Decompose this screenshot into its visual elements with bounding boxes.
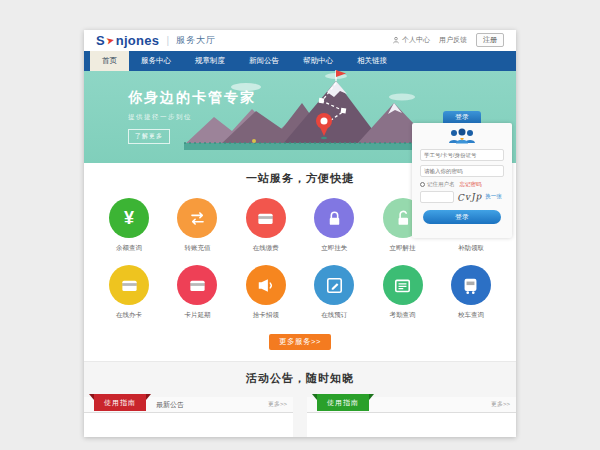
right-panel-tabbar: 使用指南 更多>> [307,397,516,413]
person-icon [392,36,400,44]
brand-logo-text: S [96,33,105,48]
attendance-list-icon [383,265,423,305]
service-item-apply-card[interactable]: 在线办卡 [100,265,158,320]
service-label: 在线预订 [305,311,363,320]
captcha-input[interactable] [420,191,454,203]
browser-viewport: S➤njones | 服务大厅 个人中心 用户反馈 注册 首页 服务中心 规章制… [0,0,600,450]
guide-panel-left: 使用指南 最新公告 更多>> [84,397,293,437]
logo-divider: | [166,35,169,46]
login-submit-button[interactable]: 登录 [423,210,500,224]
lock-icon [314,198,354,238]
hero-subtitle: 提供捷径一步到位 [128,113,256,122]
captcha-refresh-link[interactable]: 换一张 [485,193,502,200]
remember-checkbox[interactable] [420,182,425,187]
service-label: 补助领取 [442,244,500,253]
login-panel: 登录 记住用户名 忘记密码 CvJp 换一张 [412,123,512,238]
logo-arrow-icon: ➤ [105,34,116,47]
service-label: 在线办卡 [100,311,158,320]
service-item-balance[interactable]: ¥余额查询 [100,198,158,253]
remember-label: 记住用户名 [427,181,455,188]
announcements-section: 活动公告，随时知晓 使用指南 最新公告 更多>> 使用指南 更多>> [84,361,516,437]
users-group-icon [447,128,477,145]
brand-logo-text-rest: njones [116,33,160,48]
service-label: 余额查询 [100,244,158,253]
announcements-title: 活动公告，随时知晓 [84,371,516,386]
service-item-report-loss[interactable]: 立即挂失 [305,198,363,253]
left-tab-latest-news[interactable]: 最新公告 [156,400,184,410]
site-name: 服务大厅 [176,34,216,47]
left-tab-guide[interactable]: 使用指南 [94,394,146,411]
transfer-arrows-icon [177,198,217,238]
more-services-button[interactable]: 更多服务>> [269,334,331,350]
right-more-link[interactable]: 更多>> [491,400,510,409]
bank-card-icon [177,265,217,305]
hero-cta-button[interactable]: 了解更多 [128,129,170,144]
service-item-attendance[interactable]: 考勤查询 [374,265,432,320]
service-label: 校车查询 [442,311,500,320]
service-label: 卡片延期 [168,311,226,320]
service-label: 拾卡招领 [237,311,295,320]
nav-item-home[interactable]: 首页 [90,51,129,71]
bus-icon [451,265,491,305]
megaphone-icon [246,265,286,305]
account-input[interactable] [420,149,504,161]
service-item-booking[interactable]: 在线预订 [305,265,363,320]
personal-center-label: 个人中心 [402,35,430,45]
edit-pencil-icon [314,265,354,305]
announcement-panels: 使用指南 最新公告 更多>> 使用指南 更多>> [84,397,516,437]
brand-logo[interactable]: S➤njones [96,33,159,48]
services-row-2: 在线办卡 卡片延期 拾卡招领 在线预订 考勤查询 校车查询 [84,265,516,320]
service-label: 立即解挂 [374,244,432,253]
right-panel-body [307,413,516,437]
portal-page: S➤njones | 服务大厅 个人中心 用户反馈 注册 首页 服务中心 规章制… [84,30,516,437]
guide-panel-right: 使用指南 更多>> [307,397,516,437]
login-tab[interactable]: 登录 [443,111,481,123]
captcha-image: CvJp [457,191,483,203]
service-label: 在线缴费 [237,244,295,253]
service-item-transfer[interactable]: 转账充值 [168,198,226,253]
yuan-icon: ¥ [109,198,149,238]
service-label: 立即挂失 [305,244,363,253]
left-panel-body [84,413,293,437]
feedback-link[interactable]: 用户反馈 [439,35,467,45]
service-label: 考勤查询 [374,311,432,320]
header-user-links: 个人中心 用户反馈 注册 [392,33,504,47]
forgot-password-link[interactable]: 忘记密码 [460,181,482,188]
site-header: S➤njones | 服务大厅 个人中心 用户反馈 注册 [84,30,516,51]
service-item-card-renewal[interactable]: 卡片延期 [168,265,226,320]
service-item-payment[interactable]: 在线缴费 [237,198,295,253]
hero-title: 你身边的卡管专家 [128,89,256,107]
bank-card-icon [109,265,149,305]
hero-text: 你身边的卡管专家 提供捷径一步到位 了解更多 [128,89,256,144]
feedback-label: 用户反馈 [439,35,467,45]
left-more-link[interactable]: 更多>> [268,400,287,409]
personal-center-link[interactable]: 个人中心 [392,35,430,45]
register-button[interactable]: 注册 [476,33,504,47]
nav-item-service-center[interactable]: 服务中心 [129,51,183,71]
right-tab-guide[interactable]: 使用指南 [317,394,369,411]
password-input[interactable] [420,165,504,177]
left-panel-tabbar: 使用指南 最新公告 更多>> [84,397,293,413]
service-item-lost-found[interactable]: 拾卡招领 [237,265,295,320]
bank-card-icon [246,198,286,238]
service-item-school-bus[interactable]: 校车查询 [442,265,500,320]
service-label: 转账充值 [168,244,226,253]
hero-banner: 你身边的卡管专家 提供捷径一步到位 了解更多 [84,71,516,163]
